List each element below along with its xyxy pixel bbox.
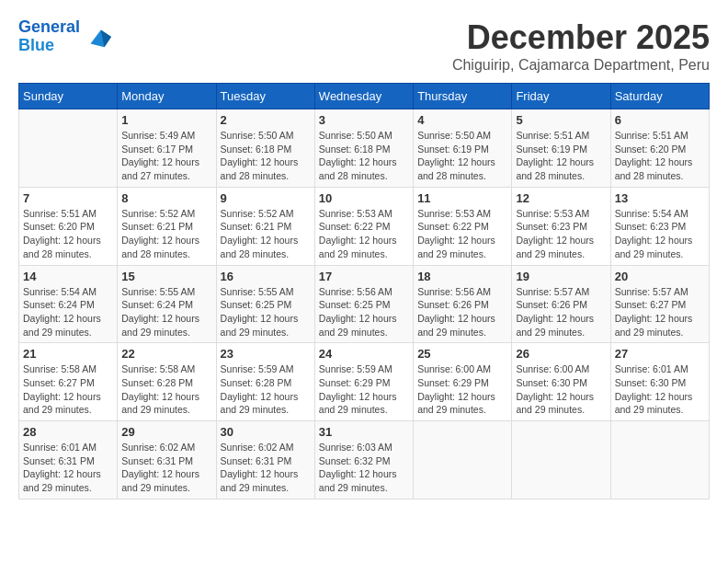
day-of-week-tuesday: Tuesday: [216, 84, 314, 109]
calendar-cell: 10Sunrise: 5:53 AM Sunset: 6:22 PM Dayli…: [314, 187, 413, 265]
day-info: Sunrise: 5:53 AM Sunset: 6:23 PM Dayligh…: [516, 207, 606, 261]
calendar-cell: 9Sunrise: 5:52 AM Sunset: 6:21 PM Daylig…: [216, 187, 314, 265]
day-number: 21: [23, 347, 113, 361]
title-block: December 2025 Chiguirip, Cajamarca Depar…: [452, 18, 710, 74]
day-number: 18: [417, 270, 507, 283]
day-number: 30: [221, 425, 311, 439]
day-number: 31: [319, 425, 409, 439]
day-info: Sunrise: 5:59 AM Sunset: 6:29 PM Dayligh…: [319, 362, 409, 417]
calendar-cell: 21Sunrise: 5:58 AM Sunset: 6:27 PM Dayli…: [19, 343, 118, 421]
day-number: 16: [221, 270, 311, 283]
calendar-cell: 11Sunrise: 5:53 AM Sunset: 6:22 PM Dayli…: [414, 187, 512, 265]
calendar-cell: 12Sunrise: 5:53 AM Sunset: 6:23 PM Dayli…: [512, 187, 610, 265]
day-number: 9: [221, 191, 311, 205]
calendar-cell: 27Sunrise: 6:01 AM Sunset: 6:30 PM Dayli…: [610, 343, 709, 421]
day-number: 1: [121, 113, 211, 127]
day-number: 8: [121, 191, 211, 205]
calendar-cell: 23Sunrise: 5:59 AM Sunset: 6:28 PM Dayli…: [216, 343, 314, 421]
day-number: 2: [221, 113, 311, 127]
day-info: Sunrise: 5:58 AM Sunset: 6:28 PM Dayligh…: [121, 362, 211, 417]
day-info: Sunrise: 6:02 AM Sunset: 6:31 PM Dayligh…: [221, 441, 311, 495]
day-number: 20: [615, 270, 705, 283]
calendar-cell: 29Sunrise: 6:02 AM Sunset: 6:31 PM Dayli…: [118, 421, 216, 500]
day-number: 17: [319, 270, 409, 283]
day-info: Sunrise: 6:02 AM Sunset: 6:31 PM Dayligh…: [121, 441, 211, 495]
day-number: 13: [615, 191, 705, 205]
calendar-cell: 6Sunrise: 5:51 AM Sunset: 6:20 PM Daylig…: [610, 109, 709, 188]
day-info: Sunrise: 5:52 AM Sunset: 6:21 PM Dayligh…: [121, 207, 211, 261]
logo-text: General Blue: [18, 18, 80, 55]
day-number: 28: [23, 425, 113, 439]
day-number: 25: [417, 347, 507, 361]
week-row-1: 1Sunrise: 5:49 AM Sunset: 6:17 PM Daylig…: [19, 109, 710, 188]
calendar-cell: 14Sunrise: 5:54 AM Sunset: 6:24 PM Dayli…: [19, 265, 118, 343]
logo-icon: [84, 23, 111, 51]
month-title: December 2025: [452, 18, 710, 57]
day-number: 22: [121, 347, 211, 361]
day-number: 7: [23, 191, 113, 205]
day-info: Sunrise: 5:56 AM Sunset: 6:26 PM Dayligh…: [417, 285, 507, 339]
day-number: 3: [319, 113, 409, 127]
day-number: 15: [121, 270, 211, 283]
day-number: 11: [417, 191, 507, 205]
week-row-3: 14Sunrise: 5:54 AM Sunset: 6:24 PM Dayli…: [19, 265, 710, 343]
calendar-cell: 15Sunrise: 5:55 AM Sunset: 6:24 PM Dayli…: [118, 265, 216, 343]
day-info: Sunrise: 5:53 AM Sunset: 6:22 PM Dayligh…: [417, 207, 507, 261]
calendar-cell: 3Sunrise: 5:50 AM Sunset: 6:18 PM Daylig…: [314, 109, 413, 188]
day-info: Sunrise: 5:51 AM Sunset: 6:19 PM Dayligh…: [516, 129, 606, 183]
calendar-cell: [19, 109, 118, 188]
calendar-cell: 13Sunrise: 5:54 AM Sunset: 6:23 PM Dayli…: [610, 187, 709, 265]
day-info: Sunrise: 5:55 AM Sunset: 6:25 PM Dayligh…: [221, 285, 311, 339]
day-of-week-thursday: Thursday: [414, 84, 512, 109]
day-info: Sunrise: 5:53 AM Sunset: 6:22 PM Dayligh…: [319, 207, 409, 261]
day-number: 26: [516, 347, 606, 361]
day-number: 10: [319, 191, 409, 205]
calendar-cell: 31Sunrise: 6:03 AM Sunset: 6:32 PM Dayli…: [314, 421, 413, 500]
day-of-week-monday: Monday: [118, 84, 216, 109]
day-info: Sunrise: 5:55 AM Sunset: 6:24 PM Dayligh…: [121, 285, 211, 339]
day-info: Sunrise: 6:00 AM Sunset: 6:29 PM Dayligh…: [417, 362, 507, 417]
calendar-cell: 5Sunrise: 5:51 AM Sunset: 6:19 PM Daylig…: [512, 109, 610, 188]
day-of-week-sunday: Sunday: [19, 84, 118, 109]
day-info: Sunrise: 5:59 AM Sunset: 6:28 PM Dayligh…: [221, 362, 311, 417]
day-number: 4: [417, 113, 507, 127]
calendar-cell: 30Sunrise: 6:02 AM Sunset: 6:31 PM Dayli…: [216, 421, 314, 500]
day-info: Sunrise: 6:00 AM Sunset: 6:30 PM Dayligh…: [516, 362, 606, 417]
calendar-table: SundayMondayTuesdayWednesdayThursdayFrid…: [18, 83, 710, 500]
week-row-2: 7Sunrise: 5:51 AM Sunset: 6:20 PM Daylig…: [19, 187, 710, 265]
calendar-cell: 25Sunrise: 6:00 AM Sunset: 6:29 PM Dayli…: [414, 343, 512, 421]
day-info: Sunrise: 5:50 AM Sunset: 6:18 PM Dayligh…: [319, 129, 409, 183]
calendar-cell: 18Sunrise: 5:56 AM Sunset: 6:26 PM Dayli…: [414, 265, 512, 343]
day-info: Sunrise: 5:49 AM Sunset: 6:17 PM Dayligh…: [121, 129, 211, 183]
day-of-week-friday: Friday: [512, 84, 610, 109]
calendar-cell: 24Sunrise: 5:59 AM Sunset: 6:29 PM Dayli…: [314, 343, 413, 421]
day-info: Sunrise: 6:03 AM Sunset: 6:32 PM Dayligh…: [319, 441, 409, 495]
day-info: Sunrise: 5:54 AM Sunset: 6:24 PM Dayligh…: [23, 285, 113, 339]
day-info: Sunrise: 6:01 AM Sunset: 6:30 PM Dayligh…: [615, 362, 705, 417]
week-row-5: 28Sunrise: 6:01 AM Sunset: 6:31 PM Dayli…: [19, 421, 710, 500]
day-of-week-wednesday: Wednesday: [314, 84, 413, 109]
day-info: Sunrise: 5:56 AM Sunset: 6:25 PM Dayligh…: [319, 285, 409, 339]
day-number: 23: [221, 347, 311, 361]
logo: General Blue: [18, 18, 111, 55]
day-info: Sunrise: 5:58 AM Sunset: 6:27 PM Dayligh…: [23, 362, 113, 417]
calendar-cell: 8Sunrise: 5:52 AM Sunset: 6:21 PM Daylig…: [118, 187, 216, 265]
day-of-week-saturday: Saturday: [610, 84, 709, 109]
day-info: Sunrise: 5:57 AM Sunset: 6:27 PM Dayligh…: [615, 285, 705, 339]
day-number: 24: [319, 347, 409, 361]
calendar-cell: 16Sunrise: 5:55 AM Sunset: 6:25 PM Dayli…: [216, 265, 314, 343]
day-number: 12: [516, 191, 606, 205]
day-info: Sunrise: 5:51 AM Sunset: 6:20 PM Dayligh…: [23, 207, 113, 261]
day-info: Sunrise: 5:50 AM Sunset: 6:19 PM Dayligh…: [417, 129, 507, 183]
day-number: 27: [615, 347, 705, 361]
calendar-cell: 28Sunrise: 6:01 AM Sunset: 6:31 PM Dayli…: [19, 421, 118, 500]
day-info: Sunrise: 5:54 AM Sunset: 6:23 PM Dayligh…: [615, 207, 705, 261]
calendar-cell: 2Sunrise: 5:50 AM Sunset: 6:18 PM Daylig…: [216, 109, 314, 188]
calendar-cell: 22Sunrise: 5:58 AM Sunset: 6:28 PM Dayli…: [118, 343, 216, 421]
calendar-cell: 7Sunrise: 5:51 AM Sunset: 6:20 PM Daylig…: [19, 187, 118, 265]
calendar-cell: 19Sunrise: 5:57 AM Sunset: 6:26 PM Dayli…: [512, 265, 610, 343]
calendar-cell: [414, 421, 512, 500]
day-info: Sunrise: 5:52 AM Sunset: 6:21 PM Dayligh…: [221, 207, 311, 261]
day-number: 6: [615, 113, 705, 127]
day-number: 29: [121, 425, 211, 439]
